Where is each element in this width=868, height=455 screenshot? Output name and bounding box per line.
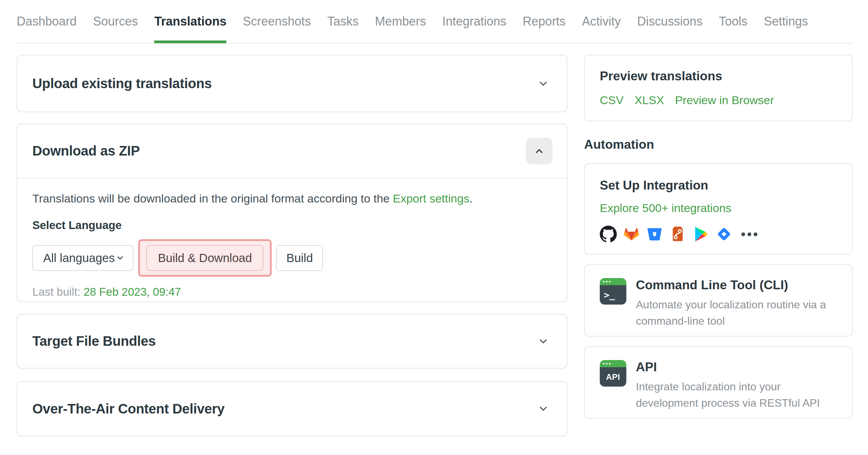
- project-page: Dashboard Sources Translations Screensho…: [0, 0, 868, 455]
- api-icon-text: API: [600, 367, 626, 387]
- download-description-period: .: [469, 192, 472, 205]
- target-file-bundles-title: Target File Bundles: [32, 334, 537, 349]
- terminal-prompt-text: >_: [600, 285, 626, 305]
- tab-integrations[interactable]: Integrations: [442, 0, 506, 43]
- chevron-down-icon: [537, 403, 549, 415]
- tab-sources[interactable]: Sources: [93, 0, 138, 43]
- preview-in-browser-link[interactable]: Preview in Browser: [675, 94, 774, 107]
- tab-dashboard[interactable]: Dashboard: [17, 0, 77, 43]
- terminal-icon: >_: [600, 278, 626, 305]
- tab-members[interactable]: Members: [375, 0, 426, 43]
- integration-icons-row: [600, 226, 837, 243]
- select-language-label: Select Language: [32, 219, 552, 232]
- collapse-panel-button[interactable]: [526, 138, 552, 164]
- last-built-date: 28 Feb 2023, 09:47: [83, 286, 181, 298]
- project-tabs: Dashboard Sources Translations Screensho…: [17, 0, 853, 44]
- upload-translations-title: Upload existing translations: [32, 76, 537, 91]
- tab-discussions[interactable]: Discussions: [637, 0, 703, 43]
- download-zip-panel: Download as ZIP Translations will be dow…: [17, 124, 567, 302]
- language-select[interactable]: All languages: [32, 245, 133, 271]
- preview-translations-card: Preview translations CSV XLSX Preview in…: [584, 55, 853, 121]
- api-title: API: [636, 360, 837, 374]
- target-file-bundles-panel: Target File Bundles: [17, 314, 567, 369]
- export-settings-link[interactable]: Export settings: [393, 192, 469, 205]
- preview-csv-link[interactable]: CSV: [600, 94, 624, 107]
- download-zip-title: Download as ZIP: [32, 143, 526, 159]
- set-up-integration-card: Set Up Integration Explore 500+ integrat…: [584, 163, 853, 255]
- ota-content-delivery-title: Over-The-Air Content Delivery: [32, 401, 537, 417]
- tab-settings[interactable]: Settings: [764, 0, 808, 43]
- chevron-up-icon: [534, 146, 545, 157]
- cli-tool-card[interactable]: >_ Command Line Tool (CLI) Automate your…: [584, 264, 853, 337]
- last-built-status: Last built: 28 Feb 2023, 09:47: [32, 286, 552, 298]
- automation-heading: Automation: [584, 137, 654, 152]
- github-icon[interactable]: [600, 226, 617, 243]
- gitlab-icon[interactable]: [623, 226, 640, 243]
- build-download-button[interactable]: Build & Download: [146, 245, 263, 271]
- explore-integrations-link[interactable]: Explore 500+ integrations: [600, 201, 732, 215]
- bitbucket-icon[interactable]: [646, 226, 663, 243]
- target-file-bundles-header[interactable]: Target File Bundles: [17, 314, 567, 368]
- cli-title: Command Line Tool (CLI): [636, 278, 837, 292]
- git-icon[interactable]: [669, 226, 686, 243]
- jira-icon[interactable]: [716, 226, 733, 243]
- tab-screenshots[interactable]: Screenshots: [243, 0, 311, 43]
- tab-tasks[interactable]: Tasks: [327, 0, 358, 43]
- ota-content-delivery-header[interactable]: Over-The-Air Content Delivery: [17, 382, 567, 436]
- more-integrations-icon[interactable]: [741, 232, 757, 236]
- tab-translations[interactable]: Translations: [154, 0, 226, 43]
- chevron-down-icon: [537, 336, 549, 347]
- download-zip-header: Download as ZIP: [17, 124, 567, 178]
- download-description: Translations will be downloaded in the o…: [32, 192, 552, 205]
- api-card[interactable]: API API Integrate localization into your…: [584, 346, 853, 419]
- last-built-label: Last built:: [32, 286, 83, 298]
- api-icon: API: [600, 360, 626, 387]
- tab-reports[interactable]: Reports: [523, 0, 566, 43]
- build-download-highlight: Build & Download: [138, 239, 272, 277]
- preview-links: CSV XLSX Preview in Browser: [600, 94, 837, 107]
- chevron-down-icon: [116, 254, 125, 262]
- api-description: Integrate localization into your develop…: [636, 378, 837, 411]
- preview-xlsx-link[interactable]: XLSX: [634, 94, 664, 107]
- download-description-text: Translations will be downloaded in the o…: [32, 192, 393, 205]
- upload-translations-panel: Upload existing translations: [17, 55, 567, 112]
- build-controls-row: All languages Build & Download Build: [32, 239, 552, 277]
- build-button[interactable]: Build: [276, 245, 323, 271]
- google-play-icon[interactable]: [692, 226, 709, 243]
- cli-description: Automate your localization routine via a…: [636, 296, 837, 329]
- upload-translations-header[interactable]: Upload existing translations: [17, 55, 567, 112]
- ota-content-delivery-panel: Over-The-Air Content Delivery: [17, 381, 567, 436]
- preview-translations-title: Preview translations: [600, 69, 837, 83]
- set-up-integration-title: Set Up Integration: [600, 178, 837, 193]
- download-zip-body: Translations will be downloaded in the o…: [17, 178, 567, 298]
- language-select-value: All languages: [43, 251, 116, 265]
- chevron-down-icon: [537, 78, 549, 90]
- tab-tools[interactable]: Tools: [719, 0, 748, 43]
- tab-activity[interactable]: Activity: [582, 0, 621, 43]
